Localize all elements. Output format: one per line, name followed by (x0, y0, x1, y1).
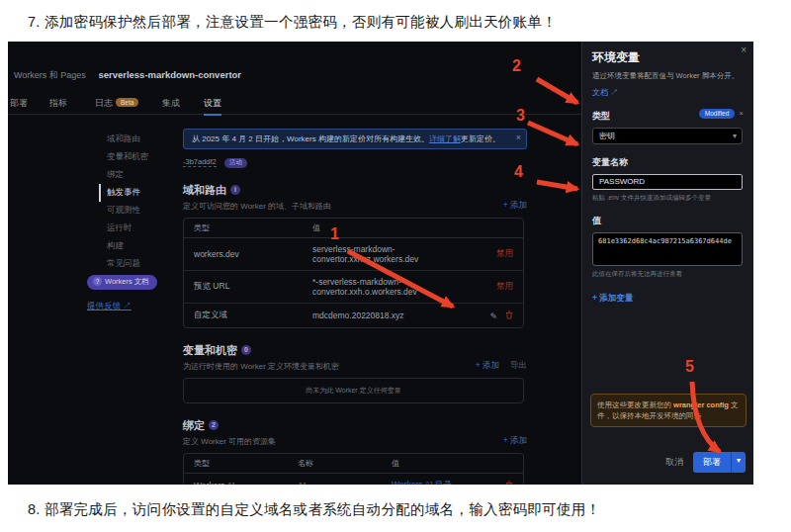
remove-row-icon[interactable]: × (739, 109, 744, 118)
tutorial-step-8: 8. 部署完成后，访问你设置的自定义域名或者系统自动分配的域名，输入密码即可使用… (28, 500, 600, 519)
version-hash[interactable]: -3b7addf2 (183, 157, 217, 167)
sidebar-item-runtime[interactable]: 运行时 (99, 220, 176, 237)
bindings-section-header: 绑定2 定义 Worker 可用的资源集 + 添加 (183, 415, 527, 447)
domains-section-header: 域和路由i 定义可访问您的 Worker 的域、子域和路由 + 添加 (183, 180, 527, 212)
variables-empty-state: 尚未为此 Worker 定义任何变量 (183, 378, 524, 403)
dashboard-screenshot: Workers 和 Pages serverless-markdown-conv… (8, 42, 753, 485)
beta-badge: Beta (116, 98, 138, 107)
variable-value-textarea[interactable]: 681e3362d68c4ac987215a6367d644de (592, 232, 743, 266)
deploy-dropdown-button[interactable]: ▾ (731, 452, 746, 473)
question-icon: ? (93, 277, 102, 286)
wrangler-warning: 使用这些更改更新您的 wrangler config 文件，以保持本地开发环境的… (590, 394, 747, 428)
variables-export-button[interactable]: 导出 (510, 360, 527, 372)
sidebar-item-domains[interactable]: 域和路由 (99, 131, 176, 148)
tab-settings[interactable]: 设置 (204, 97, 221, 116)
annotation-number-3: 3 (516, 107, 525, 125)
variables-title: 变量和机密 (183, 344, 237, 356)
tab-metrics[interactable]: 指标 (49, 97, 67, 110)
feedback-link[interactable]: 提供反馈 ↗ (87, 301, 132, 312)
type-label: 类型 Modified× (592, 110, 744, 123)
bindings-subtitle: 定义 Worker 可用的资源集 (183, 436, 527, 447)
variable-name-input[interactable]: PASSWORD (592, 174, 743, 190)
docs-link[interactable]: 文档 ↗ (592, 87, 744, 98)
secret-hint: 此值在保存后将无法再进行查看 (592, 270, 744, 279)
disable-link[interactable]: 禁用 (496, 248, 513, 258)
delete-icon[interactable] (505, 481, 513, 486)
workers-docs-button[interactable]: ?Workers 文档 (87, 275, 157, 290)
info-icon: i (230, 185, 240, 195)
annotation-number-4: 4 (514, 163, 523, 181)
table-row: Workers AIAIWorkers AI 目录 (184, 474, 523, 485)
banner-link[interactable]: 详细了解 (429, 134, 461, 143)
tab-integrations[interactable]: 集成 (162, 97, 180, 110)
annotation-number-5: 5 (685, 358, 694, 376)
domains-add-button[interactable]: + 添加 (503, 200, 527, 212)
type-select[interactable]: 密钥▾ (592, 128, 743, 144)
disable-link[interactable]: 禁用 (496, 281, 513, 291)
tab-logs[interactable]: 日志Beta (95, 97, 138, 110)
chevron-down-icon: ▾ (733, 129, 737, 143)
sidebar-item-faq[interactable]: 常见问题 (99, 255, 176, 273)
table-row: 预览 URL*-serverless-markdown-convertor.xx… (184, 271, 523, 304)
banner-close-icon[interactable]: × (516, 133, 521, 142)
banner-text: 从 2025 年 4 月 2 日开始，Workers 构建的新定价对所有构建生效… (192, 134, 429, 143)
breadcrumb-root[interactable]: Workers 和 Pages (14, 70, 86, 80)
wrangler-config-code: wrangler config (673, 400, 729, 409)
close-icon[interactable]: × (741, 44, 747, 55)
drawer-subtitle: 通过环境变量将配置值与 Worker 脚本分开。 (592, 71, 744, 82)
delete-icon[interactable] (505, 310, 513, 321)
count-badge: 2 (209, 420, 219, 430)
sidebar-item-observability[interactable]: 可观测性 (99, 202, 176, 220)
sidebar-item-builds[interactable]: 构建 (99, 237, 176, 255)
variables-section-header: 变量和机密0 为运行时使用的 Worker 定义环境变量和机密 + 添加 导出 (183, 340, 527, 372)
sidebar-item-bindings[interactable]: 绑定 (99, 166, 176, 184)
env-paste-hint: 粘贴 .env 文件并快速添加或编辑多个变量 (592, 194, 744, 203)
workers-dashboard: Workers 和 Pages serverless-markdown-conv… (8, 42, 581, 485)
variables-add-button[interactable]: + 添加 (476, 360, 499, 372)
deploy-button[interactable]: 部署 (693, 452, 731, 473)
col-value: 值 (303, 219, 480, 238)
tab-deployments[interactable]: 部署 (10, 97, 28, 110)
drawer-title: 环境变量 (592, 49, 744, 66)
name-label: 变量名称 (592, 156, 744, 169)
bindings-title: 绑定 (183, 419, 205, 431)
table-row: 自定义域mdcdemo.20220818.xyz✎ (184, 304, 523, 327)
settings-content: 从 2025 年 4 月 2 日开始，Workers 构建的新定价对所有构建生效… (183, 129, 527, 485)
bindings-add-button[interactable]: + 添加 (503, 435, 527, 447)
version-line: -3b7addf2 活动 (183, 157, 527, 168)
settings-sidebar: 域和路由 变量和机密 绑定 触发事件 可观测性 运行时 构建 常见问题 (99, 131, 176, 273)
domains-title: 域和路由 (183, 184, 226, 196)
domains-table: 类型值 workers.devserverless-markdown-conve… (183, 218, 524, 328)
annotation-number-1: 1 (330, 225, 339, 243)
count-badge: 0 (241, 345, 251, 355)
annotation-number-2: 2 (512, 57, 521, 75)
value-label: 值 (592, 215, 744, 227)
env-variables-drawer: × 环境变量 通过环境变量将配置值与 Worker 脚本分开。 文档 ↗ 类型 … (581, 42, 753, 485)
drawer-footer: 取消 部署 ▾ (665, 452, 746, 473)
col-type: 类型 (184, 219, 303, 238)
sidebar-item-triggers[interactable]: 触发事件 (99, 184, 176, 202)
table-row: workers.devserverless-markdown-convertor… (184, 238, 523, 271)
edit-icon[interactable]: ✎ (489, 311, 497, 321)
page: 7. 添加密码保护然后部署，注意设置一个强密码，否则有可能被人刷出天价账单！ W… (0, 0, 791, 532)
cancel-button[interactable]: 取消 (665, 456, 683, 469)
breadcrumb: Workers 和 Pages serverless-markdown-conv… (14, 69, 241, 82)
domains-subtitle: 定义可访问您的 Worker 的域、子域和路由 (183, 201, 527, 212)
modified-badge: Modified (699, 109, 736, 119)
tutorial-step-7: 7. 添加密码保护然后部署，注意设置一个强密码，否则有可能被人刷出天价账单！ (28, 13, 557, 32)
sidebar-item-variables[interactable]: 变量和机密 (99, 148, 176, 166)
breadcrumb-current: serverless-markdown-convertor (98, 69, 241, 80)
pricing-banner: 从 2025 年 4 月 2 日开始，Workers 构建的新定价对所有构建生效… (183, 129, 527, 149)
add-variable-link[interactable]: + 添加变量 (592, 293, 744, 305)
bindings-table: 类型名称值 Workers AIAIWorkers AI 目录 资产ASSETS… (183, 453, 524, 485)
version-badge: 活动 (224, 158, 247, 168)
workers-ai-catalog-link[interactable]: Workers AI 目录 (392, 480, 452, 485)
tab-bar: 部署 指标 日志Beta 集成 设置 (8, 93, 581, 115)
